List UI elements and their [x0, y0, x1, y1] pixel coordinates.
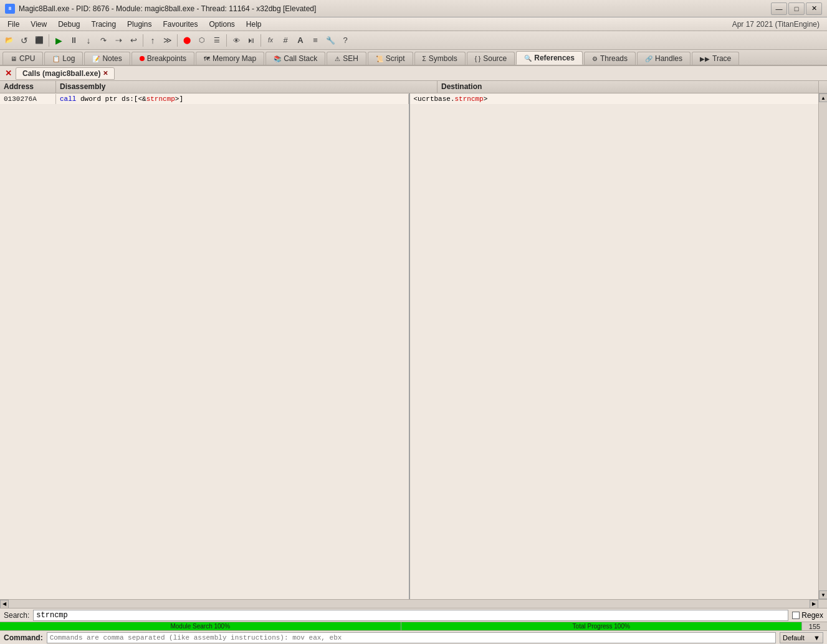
scrollbar-down-button[interactable]: ▼ [819, 590, 827, 599]
patch-button[interactable]: 🔧 [323, 34, 337, 47]
menu-tracing[interactable]: Tracing [87, 19, 122, 30]
log-icon: 📋 [52, 55, 60, 62]
tab-call-stack[interactable]: 📚 Call Stack [265, 52, 325, 65]
source-icon: { } [475, 55, 480, 62]
tab-references[interactable]: 🔍 References [516, 51, 583, 65]
log-button[interactable]: ≡ [308, 34, 322, 47]
menu-file[interactable]: File [2, 19, 24, 30]
trace-icon: ▶▶ [700, 55, 710, 62]
watch-button[interactable]: 👁 [229, 34, 243, 47]
tab-memory-map[interactable]: 🗺 Memory Map [196, 52, 264, 65]
column-headers: Address Disassembly Destination [0, 81, 827, 93]
app-icon: 8 [5, 4, 15, 14]
tab-trace[interactable]: ▶▶ Trace [692, 52, 739, 65]
threads-icon: ⚙ [592, 55, 598, 62]
minimize-button[interactable]: — [771, 2, 787, 15]
sub-tab-calls[interactable]: Calls (magic8ball.exe) ✕ [16, 67, 115, 80]
open-file-button[interactable]: 📂 [2, 34, 16, 47]
destination-header: Destination [437, 81, 818, 93]
mem-breakpoint-button[interactable]: ☰ [210, 34, 224, 47]
close-process-button[interactable]: ⬛ [32, 34, 46, 47]
regex-label: Regex [801, 611, 823, 620]
cpu-icon: 🖥 [11, 55, 17, 62]
vertical-scrollbar[interactable]: ▲ ▼ [818, 93, 827, 599]
dest-link[interactable]: strncmp [455, 95, 484, 103]
font-button[interactable]: A [294, 34, 307, 47]
toolbar-sep-3 [177, 34, 178, 47]
scrollbar-header-spacer [818, 81, 827, 93]
address-header: Address [0, 81, 56, 93]
scroll-right-button[interactable]: ▶ [810, 600, 818, 608]
tab-log[interactable]: 📋 Log [44, 52, 83, 65]
sub-tab-bar: ✕ Calls (magic8ball.exe) ✕ [0, 66, 827, 81]
search-bar: Search: Regex [0, 608, 827, 622]
run-to-cursor-button[interactable]: ⇢ [112, 34, 125, 47]
scroll-left-button[interactable]: ◀ [0, 600, 9, 608]
symbols-tab-icon: Σ [423, 55, 426, 62]
pause-button[interactable]: ⏸ [67, 34, 80, 47]
restart-button[interactable]: ↺ [17, 34, 31, 47]
tab-handles[interactable]: 🔗 Handles [637, 52, 691, 65]
menu-view[interactable]: View [26, 19, 52, 30]
menu-options[interactable]: Options [204, 19, 239, 30]
disassembly-header: Disassembly [56, 81, 437, 93]
disasm-keyword: call [60, 95, 76, 103]
command-input[interactable] [47, 632, 776, 643]
horizontal-scrollbar[interactable]: ◀ ▶ [0, 599, 827, 608]
maximize-button[interactable]: □ [788, 2, 805, 15]
dest-text-post: > [484, 95, 488, 103]
disassembly-cell: call dword ptr ds:[<&strncmp>] [56, 94, 409, 104]
destination-cell: <ucrtbase.strncmp> [410, 94, 819, 104]
tab-source[interactable]: { } Source [467, 52, 515, 65]
search-input[interactable] [33, 610, 788, 621]
hw-breakpoint-button[interactable]: ⬡ [195, 34, 209, 47]
handles-icon: 🔗 [645, 55, 653, 62]
scrollbar-up-button[interactable]: ▲ [819, 93, 827, 102]
command-dropdown[interactable]: Default ▼ [780, 632, 823, 643]
tab-breakpoints[interactable]: Breakpoints [131, 52, 194, 65]
seh-icon: ⚠ [335, 55, 340, 62]
tab-threads[interactable]: ⚙ Threads [584, 52, 636, 65]
toolbar-sep-1 [49, 34, 49, 47]
step-over-button[interactable]: ↷ [97, 34, 110, 47]
h-scroll-track[interactable] [9, 600, 810, 608]
tab-seh[interactable]: ⚠ SEH [327, 52, 366, 65]
step-out-button[interactable]: ↑ [146, 34, 160, 47]
scrollbar-track[interactable] [819, 102, 827, 590]
references-icon: 🔍 [524, 55, 532, 62]
animate-button[interactable]: ≫ [161, 34, 174, 47]
menu-plugins[interactable]: Plugins [122, 19, 156, 30]
disasm-link[interactable]: strncmp [146, 95, 175, 103]
title-bar: 8 Magic8Ball.exe - PID: 8676 - Module: m… [0, 0, 827, 17]
toggle-breakpoint-button[interactable]: ⬤ [180, 34, 194, 47]
symbols-button[interactable]: # [279, 34, 292, 47]
toolbar-sep-5 [261, 34, 261, 47]
tab-cpu[interactable]: 🖥 CPU [2, 52, 43, 65]
tab-symbols[interactable]: Σ Symbols [414, 52, 466, 65]
total-progress-section: Total Progress 100% [401, 622, 803, 630]
window-controls[interactable]: — □ ✕ [771, 2, 822, 15]
sub-tab-close-icon[interactable]: ✕ [103, 70, 108, 77]
run-button[interactable]: ▶ [52, 34, 65, 47]
about-button[interactable]: ? [338, 34, 352, 47]
menu-date: Apr 17 2021 (TitanEngine) [732, 20, 825, 29]
table-row[interactable]: 0130276A call dword ptr ds:[<&strncmp>] [0, 93, 409, 105]
menu-favourites[interactable]: Favourites [158, 19, 203, 30]
run-back-button[interactable]: ↩ [127, 34, 140, 47]
script-button[interactable]: fx [264, 34, 277, 47]
menu-help[interactable]: Help [241, 19, 267, 30]
close-panel-button[interactable]: ✕ [2, 69, 14, 78]
menu-debug[interactable]: Debug [53, 19, 85, 30]
left-panel: 0130276A call dword ptr ds:[<&strncmp>] [0, 93, 410, 599]
trace-exec-button[interactable]: ⏯ [244, 34, 258, 47]
step-into-button[interactable]: ↓ [82, 34, 95, 47]
total-progress-label: Total Progress 100% [401, 622, 802, 630]
regex-checkbox[interactable] [792, 612, 800, 619]
disasm-text: dword ptr ds:[<& [80, 95, 146, 103]
tab-notes[interactable]: 📝 Notes [84, 52, 130, 65]
close-window-button[interactable]: ✕ [806, 2, 822, 15]
table-row-dest[interactable]: <ucrtbase.strncmp> [410, 93, 819, 105]
tab-script[interactable]: 📜 Script [368, 52, 413, 65]
disasm-text2: >] [175, 95, 183, 103]
dest-text-pre: <ucrtbase. [414, 95, 455, 103]
